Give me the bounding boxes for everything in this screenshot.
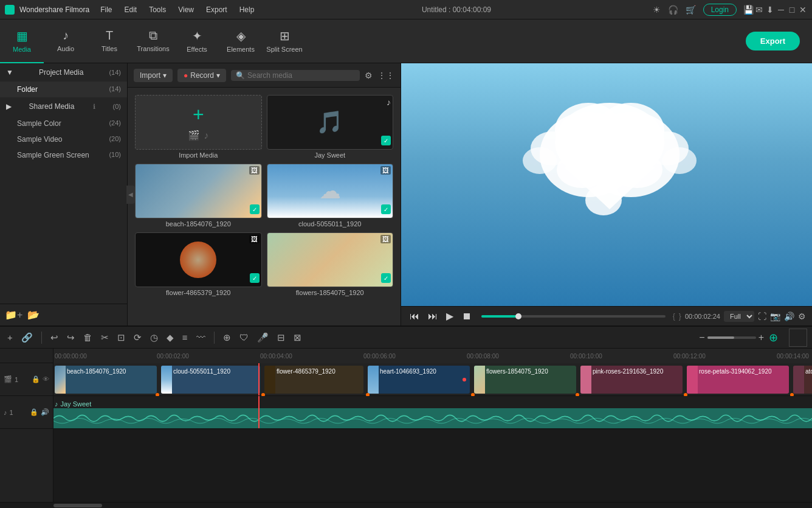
music-icon: ♪ [204,130,208,141]
zoom-out-button[interactable]: − [699,332,704,343]
left-panel-collapse[interactable]: ◀ [126,186,135,204]
stop-button[interactable]: ⏹ [459,310,474,323]
screenshot-button[interactable]: 📷 [770,311,780,321]
lock-icon[interactable]: 🔒 [32,375,40,383]
toolbar-transitions-label: Transitions [137,45,169,52]
close-button[interactable]: ✕ [799,5,807,14]
menu-tools[interactable]: Tools [143,3,172,16]
play-button[interactable]: ▶ [444,309,456,323]
search-input[interactable] [247,71,355,80]
audio-volume-icon[interactable]: 🔊 [41,408,49,416]
toolbar-split-screen[interactable]: ⊞ Split Screen [263,19,306,63]
import-button[interactable]: Import ▾ [134,69,173,82]
layout-button[interactable]: ⊟ [275,331,287,344]
delete-button[interactable]: 🗑 [81,331,95,344]
clip-beach[interactable]: beach-1854076_1920 [55,366,157,394]
mic-button[interactable]: 🎤 [255,331,271,344]
cloud-check: ✓ [381,204,391,214]
volume-button[interactable]: 🔊 [784,311,794,321]
grid-view-button[interactable]: ⋮⋮ [377,71,394,80]
split-button[interactable]: ≡ [180,331,190,344]
import-media-item[interactable]: + 🎬 ♪ Import Media [135,95,262,159]
record-button[interactable]: ● Record ▾ [177,69,226,82]
fullscreen-button[interactable]: ⛶ [758,311,766,321]
zoom-in-button[interactable]: + [759,332,764,343]
zoom-slider[interactable] [707,336,756,339]
subtitle-button[interactable]: ⊠ [291,331,304,344]
clip-flower[interactable]: flower-4865379_1920 [264,366,363,394]
cut-button[interactable]: ✂ [98,331,111,344]
menu-edit[interactable]: Edit [119,3,143,16]
menu-export[interactable]: Export [200,3,233,16]
preview-progress-bar[interactable] [481,315,666,318]
settings-button[interactable]: ⚙ [798,311,806,321]
toolbar-transitions[interactable]: ⧉ Transitions [131,19,175,63]
add-folder-icon[interactable]: 📁+ [5,309,22,321]
clip-rose-petals-label: rose-petals-3194062_1920 [699,368,772,375]
cart-icon[interactable]: 🛒 [686,5,696,15]
link-button[interactable]: 🔗 [19,331,35,344]
clip-heart[interactable]: heart-1046693_1920 [368,366,470,394]
sample-video-item[interactable]: Sample Video (20) [0,131,127,147]
shield-button[interactable]: 🛡 [237,331,251,344]
step-back-button[interactable]: ⏭ [425,310,440,323]
toolbar-effects[interactable]: ✦ Effects [175,19,219,63]
cloud-item[interactable]: ☁ 🖼 ✓ cloud-5055011_1920 [267,164,394,228]
timeline-ruler: 00:00:00:00 00:00:02:00 00:00:04:00 00:0… [53,349,812,363]
quality-select[interactable]: Full 1/2 1/4 [724,311,754,322]
sample-color-item[interactable]: Sample Color (24) [0,116,127,131]
audio-lock-icon[interactable]: 🔒 [30,408,38,416]
ruler-t2: 00:00:02:00 [157,353,189,360]
clip-rose-petals[interactable]: rose-petals-3194062_1920 [687,366,789,394]
flowers-item[interactable]: 🖼 ✓ flowers-1854075_1920 [267,232,394,296]
color-panel-btn[interactable] [789,329,807,347]
clip-flowers[interactable]: flowers-1854075_1920 [474,366,576,394]
jay-sweet-item[interactable]: 🎵 ♪ ✓ Jay Sweet [267,95,394,159]
toolbar-elements[interactable]: ◈ Elements [219,19,263,63]
audio-wave-btn[interactable]: 〰 [194,331,208,344]
folder-item[interactable]: Folder (14) [0,82,127,97]
mail-icon[interactable]: ✉ [755,5,763,14]
crop-button[interactable]: ⊡ [115,331,128,344]
flower-item[interactable]: 🖼 ✓ flower-4865379_1920 [135,232,262,296]
titles-icon: T [106,29,113,43]
timer-button[interactable]: ◷ [148,331,160,344]
clip-pink-roses[interactable]: pink-roses-2191636_1920 [580,366,683,394]
project-media-header[interactable]: ▼ Project Media (14) [0,63,127,82]
menu-view[interactable]: View [172,3,200,16]
sun-icon[interactable]: ☀ [653,5,661,15]
add-track-button[interactable]: + [5,331,15,344]
undo-button[interactable]: ↩ [48,331,61,344]
import-dropdown-icon: ▾ [163,71,167,80]
headphone-icon[interactable]: 🎧 [668,5,678,15]
toolbar-media[interactable]: ▦ Media [0,19,44,63]
export-button[interactable]: Export [746,32,800,50]
minimize-button[interactable]: ─ [777,5,785,14]
filter-button[interactable]: ⚙ [365,71,373,80]
toolbar-elements-label: Elements [227,46,255,53]
toolbar-titles[interactable]: T Titles [88,19,131,63]
snap-button[interactable]: ⊕ [221,331,233,344]
beach-item[interactable]: 🖼 ✓ beach-1854076_1920 [135,164,262,228]
shared-media-header[interactable]: ▶ Shared Media ℹ (0) [0,97,127,116]
menu-file[interactable]: File [94,3,118,16]
rotate-button[interactable]: ⟳ [131,331,144,344]
media-icon: ▦ [16,29,28,43]
menu-help[interactable]: Help [233,3,261,16]
clip-ato[interactable]: ato... [793,366,812,394]
import-folder-icon[interactable]: 📂 [27,309,40,321]
fit-button[interactable]: ⊕ [766,330,780,346]
download-icon[interactable]: ⬇ [766,5,774,14]
rewind-button[interactable]: ⏮ [407,310,422,323]
tl-sep2 [214,332,215,344]
clip-cloud[interactable]: cloud-5055011_1920 [161,366,260,394]
redo-button[interactable]: ↪ [64,331,77,344]
save-icon[interactable]: 💾 [744,5,752,14]
timeline-scrollbar[interactable] [0,502,812,508]
login-button[interactable]: Login [703,4,737,16]
toolbar-audio[interactable]: ♪ Audio [44,19,88,63]
sample-green-screen-item[interactable]: Sample Green Screen (10) [0,147,127,163]
keyframe-button[interactable]: ◆ [164,331,176,344]
maximize-button[interactable]: □ [788,5,796,14]
eye-icon[interactable]: 👁 [43,375,49,383]
